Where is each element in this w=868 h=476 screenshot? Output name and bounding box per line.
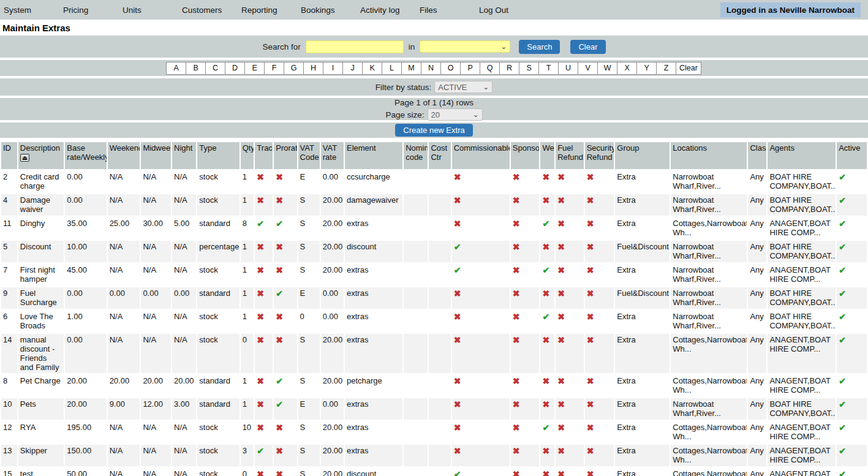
- table-row[interactable]: 8Pet Charge20.0020.0020.0020.00standard1…: [1, 375, 867, 396]
- cell-nominal_code: [404, 421, 428, 443]
- col-header-cost_ctr[interactable]: Cost Ctr: [429, 142, 450, 169]
- nav-item-system[interactable]: System: [4, 6, 63, 15]
- col-header-night[interactable]: Night: [172, 142, 196, 169]
- letter-button-f[interactable]: F: [264, 62, 284, 75]
- col-header-description[interactable]: Description⏏: [18, 142, 64, 169]
- col-header-vat_code[interactable]: VAT Code: [298, 142, 320, 169]
- letter-button-r[interactable]: R: [499, 62, 519, 75]
- letter-button-b[interactable]: B: [186, 62, 206, 75]
- col-header-track[interactable]: Track: [255, 142, 273, 169]
- letter-button-z[interactable]: Z: [656, 62, 676, 75]
- cross-icon: ✖: [257, 242, 264, 252]
- search-button[interactable]: Search: [519, 40, 560, 54]
- cell-cost_ctr: [429, 241, 450, 262]
- table-row[interactable]: 15test50.00N/AN/AN/Astock0✖✖S20.00discou…: [1, 468, 867, 476]
- nav-item-activity-log[interactable]: Activity log: [360, 6, 420, 15]
- col-header-element[interactable]: Element: [345, 142, 402, 169]
- col-header-security_refund[interactable]: Security Refund: [585, 142, 614, 169]
- cell-web: ✖: [540, 445, 554, 466]
- letter-button-w[interactable]: W: [597, 62, 617, 75]
- col-header-group[interactable]: Group: [615, 142, 670, 169]
- col-header-class[interactable]: Class: [748, 142, 766, 169]
- cell-locations: Narrowboat Wharf,River...: [671, 398, 747, 420]
- letter-button-h[interactable]: H: [303, 62, 323, 75]
- col-header-agents[interactable]: Agents: [768, 142, 836, 169]
- page-size-label: Page size:: [385, 110, 424, 120]
- table-row[interactable]: 6Love The Broads1.00N/AN/AN/Astock1✖✖00.…: [1, 311, 867, 332]
- col-header-base[interactable]: Base rate/Weekly: [65, 142, 106, 169]
- letter-button-e[interactable]: E: [244, 62, 265, 75]
- table-row[interactable]: 13Skipper150.00N/AN/AN/Astock3✔✖S20.00ex…: [1, 445, 867, 466]
- col-header-fuel_refund[interactable]: Fuel Refund: [556, 142, 584, 169]
- page-size-select[interactable]: 20 ⌄: [428, 108, 483, 121]
- letter-button-n[interactable]: N: [421, 62, 441, 75]
- cross-icon: ✖: [587, 399, 594, 409]
- cell-vat_rate: 20.00: [321, 264, 344, 285]
- cell-nominal_code: [404, 334, 428, 373]
- nav-item-units[interactable]: Units: [123, 6, 182, 15]
- nav-item-customers[interactable]: Customers: [182, 6, 241, 15]
- letter-button-i[interactable]: I: [323, 62, 343, 75]
- cell-element: extras: [345, 311, 402, 332]
- letter-button-v[interactable]: V: [578, 62, 598, 75]
- cell-active: ✔: [837, 311, 867, 332]
- status-filter-select[interactable]: ACTIVE ⌄: [434, 81, 492, 93]
- letter-button-k[interactable]: K: [362, 62, 382, 75]
- check-icon: ✔: [839, 423, 846, 433]
- search-in-select[interactable]: ⌄: [420, 40, 510, 53]
- col-header-locations[interactable]: Locations: [671, 142, 747, 169]
- search-input[interactable]: [306, 40, 404, 53]
- col-header-prorate[interactable]: Prorate: [274, 142, 296, 169]
- col-header-web[interactable]: Web: [540, 142, 554, 169]
- letter-button-o[interactable]: O: [440, 62, 461, 75]
- nav-item-pricing[interactable]: Pricing: [63, 6, 123, 15]
- table-row[interactable]: 14manual discount - Friends and Family0.…: [1, 334, 867, 373]
- alphabet-clear-button[interactable]: Clear: [676, 62, 701, 75]
- col-header-id[interactable]: ID: [1, 142, 17, 169]
- table-row[interactable]: 4Damage waiver0.00N/AN/AN/Astock1✖✖S20.0…: [1, 194, 867, 216]
- letter-button-m[interactable]: M: [401, 62, 421, 75]
- letter-button-d[interactable]: D: [225, 62, 245, 75]
- col-header-vat_rate[interactable]: VAT rate: [321, 142, 344, 169]
- nav-item-log-out[interactable]: Log Out: [479, 6, 538, 15]
- cell-element: extras: [345, 264, 402, 285]
- col-header-commissionable[interactable]: Commissionable: [452, 142, 510, 169]
- nav-item-reporting[interactable]: Reporting: [241, 6, 301, 15]
- letter-button-q[interactable]: Q: [480, 62, 500, 75]
- letter-button-t[interactable]: T: [538, 62, 559, 75]
- cell-base: 195.00: [65, 421, 106, 443]
- letter-button-y[interactable]: Y: [636, 62, 657, 75]
- table-row[interactable]: 5Discount10.00N/AN/AN/Apercentage1✖✖S20.…: [1, 241, 867, 262]
- nav-item-bookings[interactable]: Bookings: [301, 6, 360, 15]
- cell-fuel_refund: ✖: [556, 217, 584, 239]
- table-row[interactable]: 12RYA195.00N/AN/AN/Astock10✖✖S20.00extra…: [1, 421, 867, 443]
- letter-button-g[interactable]: G: [284, 62, 304, 75]
- clear-button[interactable]: Clear: [570, 40, 605, 54]
- letter-button-x[interactable]: X: [617, 62, 637, 75]
- col-header-midweek[interactable]: Midweek: [141, 142, 171, 169]
- nav-item-files[interactable]: Files: [420, 6, 479, 15]
- letter-button-l[interactable]: L: [382, 62, 402, 75]
- col-header-weekend[interactable]: Weekend: [108, 142, 140, 169]
- letter-button-s[interactable]: S: [519, 62, 539, 75]
- col-header-nominal_code[interactable]: Nominal code: [404, 142, 428, 169]
- cell-midweek: 20.00: [141, 375, 171, 396]
- letter-button-p[interactable]: P: [460, 62, 480, 75]
- table-row[interactable]: 2Credit card charge0.00N/AN/AN/Astock1✖✖…: [1, 171, 867, 192]
- cell-security_refund: ✖: [585, 334, 614, 373]
- table-row[interactable]: 10Pets20.009.0012.003.00standard1✖✔E0.00…: [1, 398, 867, 420]
- cell-id: 9: [1, 287, 17, 309]
- col-header-type[interactable]: Type: [197, 142, 239, 169]
- cell-element: extras: [345, 287, 402, 309]
- col-header-active[interactable]: Active: [837, 142, 867, 169]
- create-new-extra-button[interactable]: Create new Extra: [395, 124, 472, 137]
- letter-button-c[interactable]: C: [205, 62, 225, 75]
- col-header-qty[interactable]: Qty: [241, 142, 254, 169]
- table-row[interactable]: 7First night hamper45.00N/AN/AN/Astock1✖…: [1, 264, 867, 285]
- col-header-sponsor[interactable]: Sponsor: [511, 142, 540, 169]
- table-row[interactable]: 11Dinghy35.0025.0030.005.00standard8✔✔S2…: [1, 217, 867, 239]
- table-row[interactable]: 9Fuel Surcharge0.000.000.000.00standard1…: [1, 287, 867, 309]
- letter-button-u[interactable]: U: [558, 62, 578, 75]
- letter-button-a[interactable]: A: [166, 62, 186, 75]
- letter-button-j[interactable]: J: [342, 62, 363, 75]
